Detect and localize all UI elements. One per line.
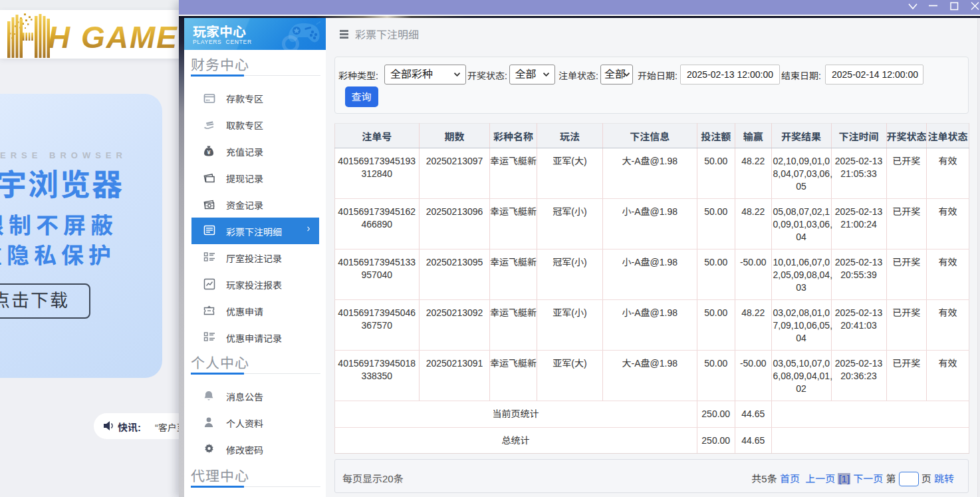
svg-text:¥: ¥ (207, 149, 210, 156)
svg-text:H GAME: H GAME (48, 20, 178, 55)
